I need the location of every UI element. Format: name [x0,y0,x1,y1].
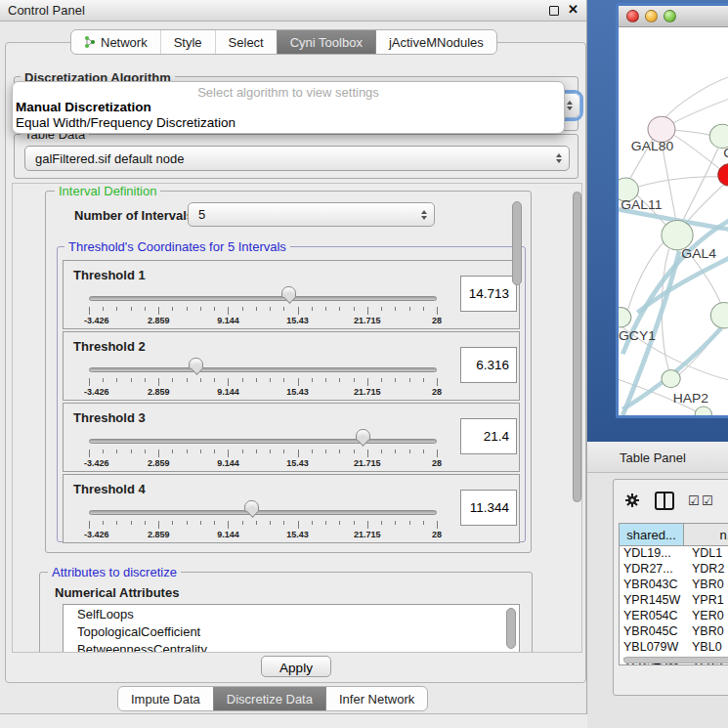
tab-impute-data[interactable]: Impute Data [118,687,213,710]
tick-mark [103,378,104,382]
tick-label: 2.859 [148,316,170,325]
threshold-value-field[interactable]: 11.344 [460,490,517,526]
threshold-value-field[interactable]: 21.4 [460,418,517,454]
apply-button[interactable]: Apply [261,656,331,677]
table-data-combobox[interactable]: galFiltered.sif default node [24,146,570,171]
tick-mark [312,450,313,453]
gear-icon[interactable] [624,492,640,508]
attribute-list-item[interactable]: BetweennessCentrality [64,640,519,653]
network-edge[interactable] [682,149,717,222]
tab-label: Infer Network [339,692,414,707]
close-icon[interactable]: ✕ [568,2,578,17]
threshold-slider-thumb[interactable] [356,429,370,441]
slider-tick-labels: -3.4262.8599.14415.4321.71528 [89,316,437,326]
slider-ticks [89,307,437,316]
tab-infer-network[interactable]: Infer Network [325,687,427,710]
table-row[interactable]: YBL079WYBL0 [620,640,728,656]
attribute-list-item[interactable]: TopologicalCoefficient [64,622,519,640]
tick-mark [283,378,284,382]
tab-jactivemnodules[interactable]: jActiveMNodules [375,30,496,54]
tick-mark [437,521,438,529]
slider-ticks [89,450,437,458]
table-row[interactable]: YBR043CYBR0 [620,578,728,593]
number-of-intervals-combobox[interactable]: 5 [188,202,435,227]
network-edge[interactable] [675,130,710,135]
network-node[interactable] [718,164,728,186]
column-header-shared-name[interactable]: shared... [620,524,684,546]
cell-name: YDL1 [684,546,728,562]
table-hscrollbar-thumb[interactable] [623,657,728,664]
network-canvas[interactable]: GAL80GALCGAL11GAL4HGCY1HAP2 [619,27,728,415]
algorithm-option-equal-width[interactable]: Equal Width/Frequency Discretization [16,115,236,130]
tab-network[interactable]: Network [71,30,160,54]
table-row[interactable]: YDR27...YDR2 [620,562,728,578]
threshold-slider-track[interactable] [89,439,437,444]
table-row[interactable]: YER054CYER0 [620,609,728,624]
network-edge[interactable] [668,97,728,125]
threshold-row: Threshold 1 -3.4262.8599.14415.4321.7152… [63,260,520,329]
network-view-window[interactable]: GAL80GALCGAL11GAL4HGCY1HAP2 [616,3,728,418]
network-node[interactable] [695,407,711,415]
network-edge-thick[interactable] [637,255,728,313]
tab-style[interactable]: Style [160,30,215,54]
threshold-slider-thumb[interactable] [281,286,296,298]
attribute-list-item[interactable]: SelfLoops [64,605,519,622]
tab-cyni-toolbox[interactable]: Cyni Toolbox [277,30,375,54]
float-window-icon[interactable] [549,6,559,16]
tick-mark [354,378,355,382]
table-panel-header[interactable]: Table Panel [587,442,728,473]
algorithm-option-manual[interactable]: Manual Discretization [16,100,151,114]
zoom-traffic-light-icon[interactable] [664,10,676,22]
tick-label: 2.859 [148,530,170,539]
tab-discretize-data[interactable]: Discretize Data [213,687,325,710]
tick-mark [409,378,410,382]
tick-mark [395,378,396,382]
tab-label: Style [174,35,202,50]
network-window-titlebar[interactable] [619,6,728,27]
column-header-name[interactable]: n... [684,524,728,546]
checkbox-icon[interactable]: ☑ [702,493,713,508]
table-row[interactable]: YPR145WYPR1 [620,593,728,609]
network-node[interactable] [710,303,728,328]
table-toolbar: ☑ ☑ [614,480,728,521]
table-row[interactable]: YBR045CYBR0 [620,624,728,640]
threshold-slider-track[interactable] [89,510,437,515]
attributes-scrollbar-thumb[interactable] [506,608,516,649]
checkbox-icon[interactable]: ☑ [688,493,700,508]
tick-mark [200,450,201,453]
tick-mark [116,378,117,382]
tick-mark [409,521,410,525]
split-columns-icon[interactable] [655,492,674,510]
combo-arrows-icon [567,101,573,110]
tick-mark [214,307,215,311]
cell-shared-name: YER054C [620,609,684,624]
tick-mark [283,307,284,311]
table-panel-body: ☑ ☑ shared... n... YDL19...YDL1YDR27...Y… [613,479,728,696]
tick-label: 21.715 [354,458,381,468]
network-node[interactable] [619,308,631,327]
tick-mark [172,378,173,382]
interval-scrollbar-thumb[interactable] [512,201,522,285]
minimize-traffic-light-icon[interactable] [645,10,658,22]
tick-mark [339,307,340,311]
threshold-slider-thumb[interactable] [189,358,203,369]
network-edge[interactable] [638,177,719,187]
tick-mark [200,521,201,525]
threshold-slider-track[interactable] [89,367,437,372]
number-of-intervals-label: Number of Intervals [74,208,193,223]
tick-mark [325,521,326,525]
close-traffic-light-icon[interactable] [626,10,639,22]
threshold-slider-thumb[interactable] [244,500,259,512]
control-panel-titlebar[interactable]: Control Panel ✕ [0,0,586,21]
main-scrollbar-thumb[interactable] [573,192,581,502]
threshold-slider-track[interactable] [89,296,437,301]
network-node[interactable] [709,124,728,148]
threshold-value-field[interactable]: 6.316 [460,347,517,383]
network-node[interactable] [662,369,680,387]
network-graph: GAL80GALCGAL11GAL4HGCY1HAP2 [619,27,728,415]
network-edge[interactable] [662,142,676,221]
threshold-value-field[interactable]: 14.713 [460,276,517,312]
numerical-attributes-list[interactable]: SelfLoopsTopologicalCoefficientBetweenne… [63,604,520,653]
tab-select[interactable]: Select [215,30,277,54]
table-row[interactable]: YDL19...YDL1 [620,546,728,562]
